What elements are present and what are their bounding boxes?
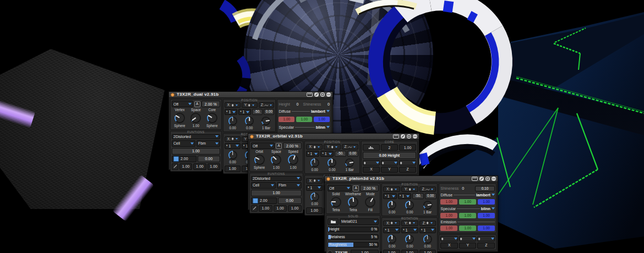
window-icon[interactable] (472, 177, 478, 181)
diffuse-dropdown[interactable]: lambert (476, 193, 495, 197)
device-value[interactable]: 1.00 (351, 250, 379, 253)
map-x-button[interactable]: X (440, 243, 458, 249)
position-y-knob[interactable] (405, 201, 414, 210)
generator-b-dropdown[interactable]: Fbm (277, 182, 302, 189)
device-knob-icon[interactable] (328, 250, 332, 253)
diffuse-blue-value[interactable]: 1.00 (314, 117, 330, 122)
waveform-icon[interactable] (363, 144, 380, 151)
position-z-min[interactable]: -50. (412, 193, 424, 199)
map-z-mode[interactable] (477, 236, 495, 241)
rotation-x-knob[interactable] (310, 193, 319, 201)
height-value[interactable]: 0 (297, 102, 299, 106)
position-y-mult[interactable]: * 1 (320, 151, 334, 157)
offset-value[interactable]: 0.00 (198, 156, 220, 162)
shineness-value[interactable]: 0 (462, 186, 464, 190)
function-value[interactable]: 1.00 (193, 163, 206, 170)
map-y-button[interactable]: Y (459, 243, 477, 249)
position-z-min[interactable]: -50. (335, 151, 346, 157)
specular-red-value[interactable]: 1.00 (440, 213, 457, 218)
shineness-value[interactable]: 0 (328, 102, 330, 106)
rotation-x-mode[interactable]: X: (306, 178, 323, 184)
height-slider[interactable]: Height 0 % (328, 227, 379, 232)
core-height-display[interactable]: 0.00 Height (363, 152, 416, 159)
amount-value[interactable]: 2.00 % (360, 185, 379, 191)
position-x-mult[interactable]: * 1 (225, 109, 237, 115)
color-swatch[interactable] (173, 156, 179, 162)
save-icon[interactable] (320, 92, 325, 97)
rotation-x-mult[interactable]: * 1 (383, 227, 400, 233)
rotation-x-knob[interactable] (388, 235, 396, 244)
curve-icon[interactable] (172, 163, 178, 170)
mode-knob[interactable] (365, 197, 375, 207)
position-x-mult[interactable]: * 1 (383, 193, 397, 199)
rotation-z-mode[interactable]: Z: (419, 221, 436, 226)
edit-icon[interactable] (401, 134, 405, 139)
specular-green-value[interactable]: 1.00 (459, 213, 476, 218)
position-x-mode[interactable]: X: (383, 186, 400, 192)
diffuse-blue-value[interactable]: 1.00 (478, 199, 495, 205)
diffuse-green-value[interactable]: 1.00 (459, 199, 476, 205)
space-knob[interactable] (190, 113, 201, 123)
diffuse-red-value[interactable]: 1.00 (440, 199, 457, 205)
position-x-mult[interactable]: * 1 (306, 151, 319, 157)
auto-button[interactable]: A (194, 101, 200, 107)
position-x-knob[interactable] (228, 117, 237, 125)
position-y-knob[interactable] (245, 117, 254, 125)
roughness-slider[interactable]: Roughness 50 % (328, 242, 379, 248)
window-icon[interactable] (393, 134, 399, 139)
emission-blue-value[interactable]: 1.00 (478, 226, 495, 231)
rotation-x-mode[interactable]: X: (225, 136, 241, 142)
more-icon[interactable] (326, 92, 331, 97)
rotation-value[interactable]: 1.00 (225, 166, 241, 172)
preset-dropdown[interactable]: 2Distorted (251, 176, 302, 181)
folder-icon[interactable] (328, 218, 339, 225)
core-knob[interactable] (207, 113, 217, 123)
core-x-mode[interactable] (363, 160, 380, 166)
core-z-button[interactable]: Z (399, 167, 416, 173)
position-z-min[interactable]: -50. (252, 109, 263, 115)
texture-dropdown[interactable]: Metal021 (340, 218, 379, 225)
diffuse-red-value[interactable]: 1.00 (279, 117, 294, 122)
position-z-mode[interactable]: Z: (342, 144, 358, 150)
position-y-mult[interactable]: * 1 (238, 109, 251, 115)
rotation-z-mult[interactable]: * 1 (419, 227, 436, 233)
titlebar[interactable]: T3X2R_platon3d v2.91b (325, 176, 498, 182)
solid-knob[interactable] (331, 197, 341, 207)
emission-green-value[interactable]: 1.00 (459, 226, 476, 231)
device-led[interactable] (326, 177, 330, 181)
diffuse-dropdown[interactable]: lambert (311, 109, 330, 113)
position-z-max[interactable]: 0.00 (425, 193, 436, 199)
device-led[interactable] (250, 135, 254, 139)
position-y-mult[interactable]: * 1 (398, 193, 412, 199)
edit-icon[interactable] (479, 177, 484, 181)
rotation-z-knob[interactable] (423, 235, 432, 244)
more-icon[interactable] (413, 134, 417, 139)
position-y-mode[interactable]: Y: (324, 144, 340, 150)
orbit-knob[interactable] (254, 155, 265, 165)
position-x-knob[interactable] (310, 158, 319, 167)
position-z-max[interactable]: 0.00 (264, 109, 274, 115)
edit-icon[interactable] (314, 92, 319, 97)
map-y-mode[interactable] (459, 236, 477, 241)
position-x-mode[interactable]: X: (306, 144, 323, 150)
function-value[interactable]: 1.00 (259, 205, 272, 212)
core-x-button[interactable]: X (363, 167, 380, 173)
amount-value[interactable]: 2.00 % (201, 101, 220, 107)
vertex-knob[interactable] (174, 113, 185, 123)
wireframe-knob[interactable] (348, 197, 358, 207)
position-y-mode[interactable]: Y: (401, 186, 418, 192)
offset-value[interactable]: 0.00 (278, 197, 302, 204)
position-z-mode[interactable]: Z: (419, 186, 436, 192)
specular-dropdown[interactable]: blinn (481, 207, 495, 211)
position-x-knob[interactable] (388, 201, 396, 210)
map-z-button[interactable]: Z (477, 243, 495, 249)
rotation-x-mode[interactable]: X: (383, 221, 400, 226)
color-value[interactable]: 2.00 (172, 156, 197, 162)
rotation-y-knob[interactable] (405, 235, 414, 244)
map-x-mode[interactable] (440, 236, 458, 241)
specular-blue-value[interactable]: 1.00 (478, 213, 495, 218)
preset-dropdown[interactable]: 2Distorted (172, 134, 220, 139)
position-z-knob[interactable] (423, 201, 432, 210)
titlebar[interactable]: T3X2R_orbital v2.91b (248, 134, 419, 140)
position-z-max[interactable]: 0.00 (347, 151, 358, 157)
